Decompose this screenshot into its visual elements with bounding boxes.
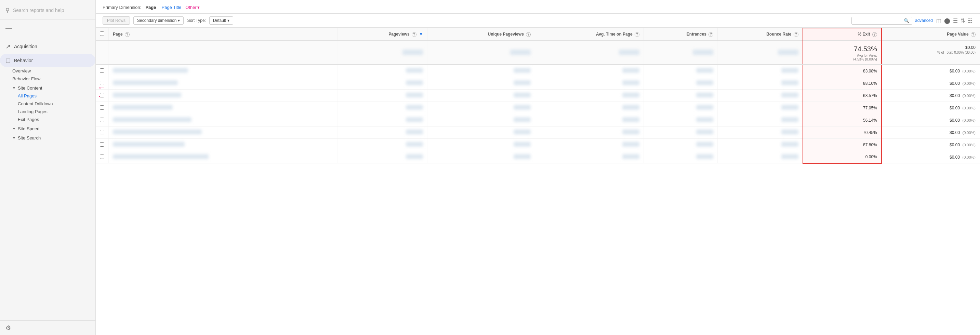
col-label-page: Page [113, 32, 123, 37]
avg-for-view-value: 74.53% (0.00%) [853, 57, 877, 61]
col-label-pct-exit: % Exit [858, 32, 870, 37]
dim-page-title-link[interactable]: Page Title [162, 5, 181, 10]
table-search-wrap[interactable]: 🔍 [851, 17, 912, 25]
sidebar-item-acquisition[interactable]: ↗ Acquisition [0, 39, 95, 54]
secondary-dimension-dropdown[interactable]: Secondary dimension ▾ [134, 16, 184, 25]
row-2-entrances-cell [644, 90, 718, 102]
summary-avg-time-blurred [619, 49, 640, 55]
row-2-pct-exit: 68.57% [863, 93, 877, 98]
dim-page-link[interactable]: Page [145, 5, 156, 10]
sort-default-label: Default [213, 18, 226, 23]
row-5-page-value-pct: (0.00%) [962, 130, 975, 135]
row-7-checkbox-cell[interactable] [96, 151, 109, 164]
dim-other-dropdown[interactable]: Other ▾ [185, 5, 200, 10]
view-icons: ◫ ⬤ ☰ ⇅ ☷ [935, 17, 973, 25]
row-4-bounce-rate-cell [718, 114, 803, 127]
plot-rows-button[interactable]: Plot Rows [103, 16, 130, 25]
sidebar-item-behavior[interactable]: ◫ Behavior ← [0, 54, 95, 67]
expand-arrow-site-speed-icon: ▼ [12, 127, 16, 130]
unique-pv-help-icon[interactable]: ? [526, 32, 531, 37]
row-2-avg-time-cell [535, 90, 644, 102]
sidebar-sub-content-drilldown[interactable]: Content Drilldown [0, 100, 95, 108]
entrances-help-icon[interactable]: ? [708, 32, 713, 37]
table-row: 0.00% $0.00 (0.00%) [96, 151, 980, 164]
row-0-checkbox-cell[interactable] [96, 65, 109, 77]
summary-page-value-main: $0.00 [886, 45, 975, 50]
table-row: 70.45% $0.00 (0.00%) [96, 127, 980, 139]
avg-time-help-icon[interactable]: ? [635, 32, 640, 37]
summary-checkbox-cell [96, 41, 109, 65]
sidebar-item-settings[interactable]: ⚙ [0, 320, 95, 335]
row-6-pct-exit-cell: 87.80% [803, 139, 881, 151]
row-2-pct-exit-cell: 68.57% [803, 90, 881, 102]
header-pageviews: Pageviews ? ▼ [337, 28, 427, 41]
select-all-checkbox[interactable] [100, 32, 104, 36]
row-4-pct-exit-cell: 56.14% [803, 114, 881, 127]
summary-entrances-blurred [693, 49, 713, 55]
row-7-checkbox[interactable] [100, 154, 104, 159]
row-2-page-value-cell: $0.00 (0.00%) [881, 90, 980, 102]
sidebar-sub-overview[interactable]: Overview [0, 67, 95, 75]
minus-icon: — [5, 24, 12, 32]
row-7-page-value-pct: (0.00%) [962, 155, 975, 159]
advanced-link[interactable]: advanced [915, 18, 933, 23]
list-view-icon[interactable]: ☰ [952, 17, 958, 25]
row-6-checkbox-cell[interactable] [96, 139, 109, 151]
header-unique-pageviews: Unique Pageviews ? [428, 28, 535, 41]
row-6-checkbox[interactable] [100, 142, 104, 147]
row-6-pageviews-cell [337, 139, 427, 151]
row-5-checkbox[interactable] [100, 130, 104, 134]
sidebar-sub-landing-pages[interactable]: Landing Pages [0, 108, 95, 116]
row-3-checkbox-cell[interactable] [96, 102, 109, 114]
row-2-checkbox[interactable] [100, 93, 104, 97]
row-3-checkbox[interactable] [100, 105, 104, 110]
pivot-view-icon[interactable]: ☷ [967, 17, 973, 25]
page-value-help-icon[interactable]: ? [971, 32, 975, 37]
sidebar-label-exit-pages: Exit Pages [18, 117, 39, 122]
row-0-pct-exit: 83.08% [863, 69, 877, 73]
toolbar: Plot Rows Secondary dimension ▾ Sort Typ… [96, 14, 980, 28]
row-1-checkbox[interactable] [100, 81, 104, 85]
row-4-checkbox[interactable] [100, 117, 104, 122]
pageviews-help-icon[interactable]: ? [412, 32, 417, 37]
secondary-dimension-arrow-icon: ▾ [178, 18, 180, 23]
summary-bounce-rate-blurred [778, 49, 799, 55]
row-5-page-cell [109, 127, 337, 139]
sidebar-section-site-content[interactable]: ▼ Site Content ← [0, 83, 95, 92]
sort-type-dropdown[interactable]: Default ▾ [209, 16, 233, 25]
pct-exit-help-icon[interactable]: ? [872, 32, 877, 37]
row-1-checkbox-cell[interactable] [96, 77, 109, 90]
pie-view-icon[interactable]: ⬤ [943, 17, 951, 25]
row-2-page-value-pct: (0.00%) [962, 94, 975, 98]
sidebar-sub-exit-pages[interactable]: Exit Pages [0, 116, 95, 124]
sidebar-label-site-search: Site Search [18, 135, 41, 140]
sidebar-label-behavior-flow: Behavior Flow [12, 76, 40, 81]
comparison-view-icon[interactable]: ⇅ [960, 17, 966, 25]
row-5-checkbox-cell[interactable] [96, 127, 109, 139]
table-search-icon: 🔍 [904, 18, 909, 23]
search-bar[interactable]: ⚲ Search reports and help [0, 3, 95, 17]
grid-view-icon[interactable]: ◫ [935, 17, 942, 25]
table-search-input[interactable] [854, 18, 902, 23]
summary-row: 74.53% Avg for View: 74.53% (0.00%) $0.0… [96, 41, 980, 65]
page-help-icon[interactable]: ? [125, 32, 130, 37]
sidebar-sub-all-pages[interactable]: All Pages ← [0, 92, 95, 100]
row-0-bounce-rate-cell [718, 65, 803, 77]
sidebar-section-site-speed[interactable]: ▼ Site Speed [0, 124, 95, 133]
bounce-rate-help-icon[interactable]: ? [794, 32, 799, 37]
row-4-checkbox-cell[interactable] [96, 114, 109, 127]
row-5-bounce-rate-cell [718, 127, 803, 139]
row-7-pageviews-cell [337, 151, 427, 164]
primary-dimension-bar: Primary Dimension: Page Page Title Other… [96, 0, 980, 14]
row-0-checkbox[interactable] [100, 68, 104, 73]
sidebar-section-site-search[interactable]: ▼ Site Search [0, 133, 95, 142]
row-3-pct-exit: 77.05% [863, 106, 877, 110]
row-1-entrances-cell [644, 77, 718, 90]
row-6-entrances-cell [644, 139, 718, 151]
row-2-checkbox-cell[interactable] [96, 90, 109, 102]
sidebar-item-collapse[interactable]: — [0, 22, 95, 35]
row-4-page-cell [109, 114, 337, 127]
row-7-bounce-rate-cell [718, 151, 803, 164]
summary-page-value-cell: $0.00 % of Total: 0.00% ($0.00) [881, 41, 980, 65]
sidebar-sub-behavior-flow[interactable]: Behavior Flow [0, 75, 95, 83]
